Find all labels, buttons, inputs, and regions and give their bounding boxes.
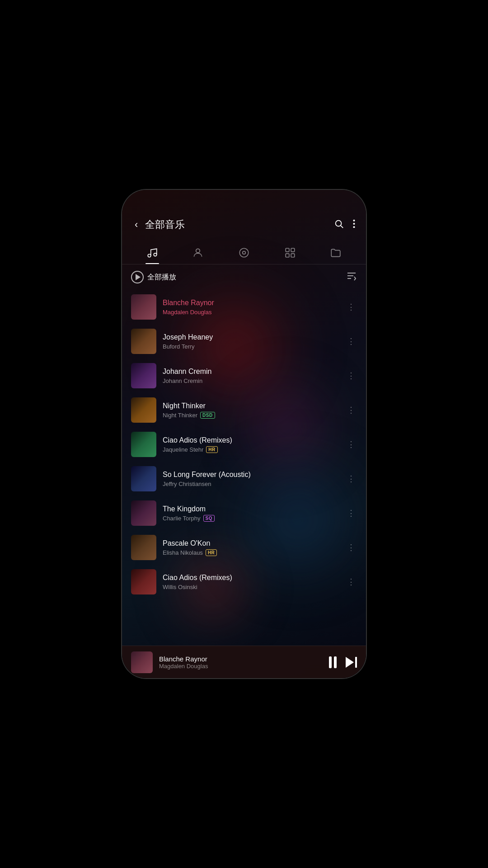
song-title: So Long Forever (Acoustic) bbox=[163, 471, 337, 479]
list-item[interactable]: Pascale O'Kon Elisha Nikolaus HR ⋮ bbox=[122, 530, 366, 565]
svg-rect-10 bbox=[286, 248, 289, 252]
song-info: Night Thinker Night Thinker DSD bbox=[163, 402, 337, 419]
svg-point-9 bbox=[243, 251, 246, 255]
tab-albums[interactable] bbox=[231, 243, 257, 264]
pause-bar-left bbox=[329, 656, 332, 668]
song-thumbnail bbox=[131, 466, 156, 491]
song-subtitle: Jeffry Christiansen bbox=[163, 481, 337, 487]
svg-point-0 bbox=[336, 220, 342, 226]
next-triangle-icon bbox=[346, 657, 354, 668]
svg-line-1 bbox=[341, 226, 343, 228]
header-actions bbox=[334, 219, 355, 231]
search-button[interactable] bbox=[334, 219, 344, 231]
song-more-button[interactable]: ⋮ bbox=[343, 335, 357, 348]
song-more-button[interactable]: ⋮ bbox=[343, 300, 357, 314]
tab-playlists[interactable] bbox=[277, 243, 303, 264]
song-artist: Buford Terry bbox=[163, 343, 195, 350]
more-button[interactable] bbox=[353, 219, 355, 231]
song-more-button[interactable]: ⋮ bbox=[343, 541, 357, 554]
song-subtitle: Night Thinker DSD bbox=[163, 412, 337, 419]
song-thumbnail bbox=[131, 500, 156, 526]
song-artist: Willis Osinski bbox=[163, 584, 197, 590]
list-item[interactable]: Johann Cremin Johann Cremin ⋮ bbox=[122, 359, 366, 393]
thumb-art bbox=[131, 397, 156, 423]
svg-point-8 bbox=[239, 248, 249, 257]
song-list: Blanche Raynor Magdalen Douglas ⋮ Joseph… bbox=[122, 290, 366, 678]
song-artist: Elisha Nikolaus bbox=[163, 549, 203, 556]
song-info: Joseph Heaney Buford Terry bbox=[163, 333, 337, 350]
song-title: Ciao Adios (Remixes) bbox=[163, 574, 337, 582]
song-more-button[interactable]: ⋮ bbox=[343, 575, 357, 589]
sort-button[interactable] bbox=[346, 271, 357, 283]
play-circle-icon bbox=[131, 271, 144, 283]
list-item[interactable]: Joseph Heaney Buford Terry ⋮ bbox=[122, 324, 366, 359]
svg-point-3 bbox=[353, 222, 355, 224]
song-more-button[interactable]: ⋮ bbox=[343, 472, 357, 486]
thumb-art bbox=[131, 363, 156, 388]
song-title: Pascale O'Kon bbox=[163, 539, 337, 547]
header: ‹ 全部音乐 bbox=[122, 190, 366, 240]
bottom-player: Blanche Raynor Magdalen Douglas bbox=[122, 646, 366, 678]
song-thumbnail bbox=[131, 535, 156, 560]
song-more-button[interactable]: ⋮ bbox=[343, 369, 357, 382]
tab-artists[interactable] bbox=[185, 243, 211, 264]
pause-button[interactable] bbox=[329, 656, 337, 668]
song-title: Night Thinker bbox=[163, 402, 337, 410]
svg-rect-11 bbox=[291, 248, 295, 252]
song-artist: Night Thinker bbox=[163, 412, 197, 419]
list-item[interactable]: Night Thinker Night Thinker DSD ⋮ bbox=[122, 393, 366, 427]
next-button[interactable] bbox=[346, 657, 357, 668]
list-item[interactable]: The Kingdom Charlie Torphy SQ ⋮ bbox=[122, 496, 366, 530]
svg-rect-13 bbox=[291, 254, 295, 257]
player-info: Blanche Raynor Magdalen Douglas bbox=[159, 655, 323, 670]
svg-rect-12 bbox=[286, 254, 289, 257]
song-more-button[interactable]: ⋮ bbox=[343, 438, 357, 451]
song-artist: Jaqueline Stehr bbox=[163, 446, 203, 453]
song-thumbnail bbox=[131, 432, 156, 457]
quality-badge: HR bbox=[206, 549, 217, 556]
song-info: Pascale O'Kon Elisha Nikolaus HR bbox=[163, 539, 337, 556]
list-item[interactable]: Ciao Adios (Remixes) Willis Osinski ⋮ bbox=[122, 565, 366, 599]
list-item[interactable]: Blanche Raynor Magdalen Douglas ⋮ bbox=[122, 290, 366, 324]
song-title: Ciao Adios (Remixes) bbox=[163, 436, 337, 444]
song-title: Joseph Heaney bbox=[163, 333, 337, 341]
song-thumbnail bbox=[131, 329, 156, 354]
song-info: Blanche Raynor Magdalen Douglas bbox=[163, 299, 337, 316]
song-subtitle: Willis Osinski bbox=[163, 584, 337, 590]
song-subtitle: Jaqueline Stehr HR bbox=[163, 446, 337, 453]
svg-point-5 bbox=[148, 254, 151, 257]
page-title: 全部音乐 bbox=[145, 218, 328, 231]
quality-badge: HR bbox=[206, 446, 217, 453]
nav-tabs bbox=[122, 240, 366, 264]
song-title: Blanche Raynor bbox=[163, 299, 337, 307]
player-controls bbox=[329, 656, 357, 668]
tab-folders[interactable] bbox=[323, 243, 349, 264]
song-subtitle: Johann Cremin bbox=[163, 377, 337, 384]
thumb-art bbox=[131, 432, 156, 457]
player-title: Blanche Raynor bbox=[159, 655, 323, 663]
player-artist: Magdalen Douglas bbox=[159, 663, 323, 670]
quality-badge: SQ bbox=[203, 515, 215, 522]
song-subtitle: Buford Terry bbox=[163, 343, 337, 350]
song-info: Ciao Adios (Remixes) Jaqueline Stehr HR bbox=[163, 436, 337, 453]
song-artist: Charlie Torphy bbox=[163, 515, 201, 522]
tab-songs[interactable] bbox=[139, 243, 165, 264]
song-subtitle: Magdalen Douglas bbox=[163, 309, 337, 316]
thumb-art bbox=[131, 569, 156, 594]
play-all-button[interactable]: 全部播放 bbox=[131, 271, 176, 283]
song-more-button[interactable]: ⋮ bbox=[343, 403, 357, 417]
back-button[interactable]: ‹ bbox=[133, 217, 140, 232]
song-artist: Jeffry Christiansen bbox=[163, 481, 211, 487]
song-more-button[interactable]: ⋮ bbox=[343, 506, 357, 520]
play-all-label: 全部播放 bbox=[147, 273, 176, 282]
player-thumbnail bbox=[131, 651, 153, 673]
song-title: Johann Cremin bbox=[163, 368, 337, 376]
list-item[interactable]: Ciao Adios (Remixes) Jaqueline Stehr HR … bbox=[122, 427, 366, 462]
song-thumbnail bbox=[131, 569, 156, 594]
toolbar: 全部播放 bbox=[122, 264, 366, 290]
song-subtitle: Charlie Torphy SQ bbox=[163, 515, 337, 522]
list-item[interactable]: So Long Forever (Acoustic) Jeffry Christ… bbox=[122, 462, 366, 496]
quality-badge: DSD bbox=[200, 412, 215, 419]
thumb-art bbox=[131, 500, 156, 526]
song-info: The Kingdom Charlie Torphy SQ bbox=[163, 505, 337, 522]
